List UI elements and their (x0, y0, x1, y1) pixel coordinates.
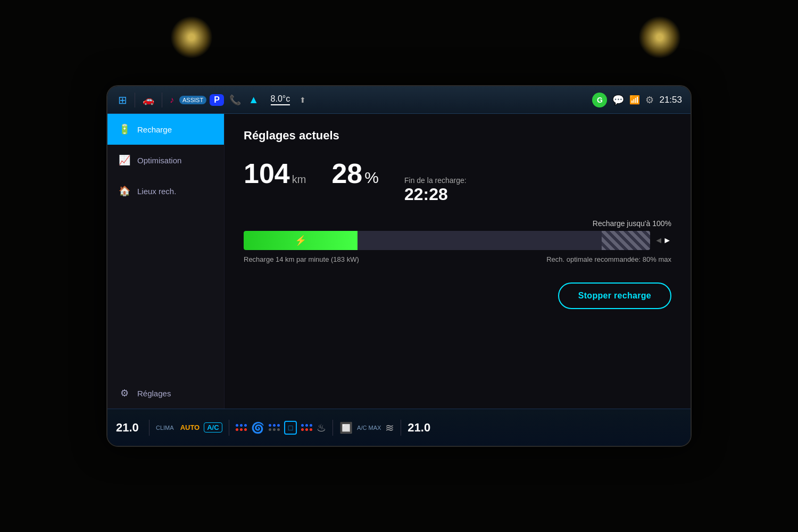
sp-dot-5 (273, 428, 276, 431)
content-area: Réglages actuels 104 km 28 % Fin de la r… (225, 114, 691, 409)
ambient-light-right (638, 16, 681, 59)
dot-5 (240, 428, 243, 431)
charge-end-time: 22:28 (404, 185, 467, 204)
car-icon[interactable]: 🚗 (140, 93, 156, 107)
temperature-display: 8.0°c (271, 94, 290, 105)
info-row: Recharge 14 km par minute (183 kW) Rech.… (244, 255, 671, 263)
rear-defroster-icon[interactable]: 🔲 (339, 421, 353, 434)
airflow-icon[interactable]: ≋ (385, 421, 394, 434)
center-frame-button[interactable]: □ (284, 421, 297, 435)
temperature-underline (271, 104, 290, 105)
divider-1 (135, 93, 135, 107)
temperature-value: 8.0°c (271, 94, 290, 104)
progress-bar-hatched (602, 231, 651, 250)
battery-percent: 28 (331, 157, 362, 189)
reglages-icon: ⚙ (118, 387, 131, 399)
dot-6 (244, 428, 247, 431)
navigation-icon[interactable]: ▲ (246, 93, 261, 107)
sidebar-item-reglages-label: Réglages (137, 389, 171, 398)
climate-temp-left: 21.0 (116, 421, 143, 435)
sidebar-item-optimisation-label: Optimisation (137, 156, 181, 165)
sp-dot-4 (269, 428, 271, 431)
assist-button[interactable]: ASSIST (179, 96, 206, 104)
parking-button[interactable]: P (210, 94, 224, 106)
speed-dots-row-1 (269, 424, 280, 427)
rd-4 (301, 428, 304, 431)
fan-speed-dots[interactable] (269, 424, 280, 431)
outer-wrap: ⊞ 🚗 ♪ ASSIST P 📞 ▲ 8.0°c ⬆ (0, 0, 798, 532)
lieux-icon: 🏠 (118, 185, 131, 197)
signal-icon: 📶 (629, 95, 640, 105)
sidebar-item-lieux[interactable]: 🏠 Lieux rech. (107, 176, 224, 206)
climate-temp-right: 21.0 (408, 421, 434, 435)
optimisation-icon: 📈 (118, 154, 131, 166)
dot-4 (236, 428, 238, 431)
phone-icon[interactable]: 📞 (227, 93, 243, 107)
google-icon[interactable]: G (592, 93, 607, 107)
charge-rate-label: Recharge 14 km par minute (183 kW) (244, 255, 359, 263)
arrow-right-icon[interactable]: ► (663, 236, 671, 245)
status-bar: ⊞ 🚗 ♪ ASSIST P 📞 ▲ 8.0°c ⬆ (107, 86, 691, 114)
grid-icon[interactable]: ⊞ (116, 93, 129, 107)
rear-dots-button[interactable] (301, 424, 312, 431)
stop-recharge-button[interactable]: Stopper recharge (558, 282, 671, 309)
rd-5 (305, 428, 308, 431)
ac-button[interactable]: A/C (204, 422, 222, 433)
ambient-light-left (170, 16, 213, 59)
stats-row: 104 km 28 % Fin de la recharge: 22:28 (244, 157, 671, 204)
sidebar-item-recharge[interactable]: 🔋 Recharge (107, 114, 224, 145)
arrow-left-icon[interactable]: ◄ (654, 236, 663, 245)
sp-dot-2 (273, 424, 276, 427)
range-stat: 104 km (244, 157, 306, 189)
clima-label: CLIMA (156, 425, 174, 431)
auto-label[interactable]: AUTO (180, 423, 200, 431)
sidebar-item-reglages[interactable]: ⚙ Réglages (107, 378, 224, 409)
page-title: Réglages actuels (244, 129, 671, 143)
sidebar-item-optimisation[interactable]: 📈 Optimisation (107, 145, 224, 176)
fan-dots-button[interactable] (236, 424, 247, 431)
dots-row-1 (236, 424, 247, 427)
dot-3 (244, 424, 247, 427)
range-unit: km (292, 173, 306, 186)
sp-dot-1 (269, 424, 271, 427)
rd-2 (305, 424, 308, 427)
charge-end-label: Fin de la recharge: (404, 176, 467, 185)
divider-2 (162, 93, 162, 107)
dots-row-2 (236, 428, 247, 431)
sidebar-item-recharge-label: Recharge (137, 125, 172, 134)
rear-dots-1 (301, 424, 312, 427)
sidebar-spacer (107, 206, 224, 378)
progress-bar-outer: ⚡ (244, 231, 650, 250)
stop-button-row: Stopper recharge (244, 282, 671, 309)
climate-divider-4 (401, 420, 401, 436)
main-content: 🔋 Recharge 📈 Optimisation 🏠 Lieux rech. … (107, 114, 691, 409)
connectivity-icon: ⬆ (300, 96, 306, 104)
range-value: 104 (244, 157, 290, 189)
settings-icon[interactable]: ⚙ (645, 94, 654, 106)
progress-bar-container: ⚡ ◄ ► (244, 231, 671, 250)
sp-dot-3 (277, 424, 280, 427)
screen-container: ⊞ 🚗 ♪ ASSIST P 📞 ▲ 8.0°c ⬆ (106, 85, 692, 447)
climate-divider-1 (149, 420, 149, 436)
time-display: 21:53 (659, 95, 682, 105)
climate-divider-3 (332, 420, 333, 436)
charge-end-block: Fin de la recharge: 22:28 (404, 176, 467, 204)
recharge-icon: 🔋 (118, 123, 131, 135)
rd-6 (310, 428, 312, 431)
progress-arrows[interactable]: ◄ ► (654, 236, 671, 245)
heated-seat-icon[interactable]: ♨ (317, 421, 326, 434)
charge-target-row: Recharge jusqu'à 100% (244, 219, 671, 228)
message-icon[interactable]: 💬 (612, 94, 624, 106)
progress-bar-fill: ⚡ (244, 231, 358, 250)
climate-divider-2 (229, 420, 229, 436)
ac-max-label: A/C MAX (357, 425, 381, 431)
battery-stat: 28 % (331, 157, 379, 189)
sp-dot-6 (277, 428, 280, 431)
speed-dots-row-2 (269, 428, 280, 431)
sidebar-item-lieux-label: Lieux rech. (137, 187, 176, 196)
music-icon[interactable]: ♪ (168, 94, 176, 106)
dot-2 (240, 424, 243, 427)
fan-icon[interactable]: 🌀 (251, 421, 264, 434)
status-icons-right: G 💬 📶 ⚙ 21:53 (592, 93, 682, 107)
bolt-icon: ⚡ (295, 235, 306, 246)
